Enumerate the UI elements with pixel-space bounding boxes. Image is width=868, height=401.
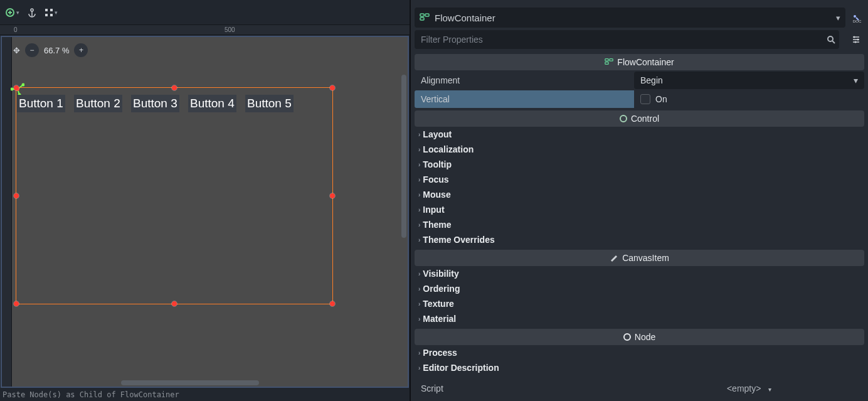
inspector-body: FlowContainer Alignment Begin ▾ Vertical… xyxy=(411,51,868,401)
status-bar: Paste Node(s) as Child of FlowContainer xyxy=(0,388,410,401)
svg-text:DOC: DOC xyxy=(853,19,862,23)
zoom-level[interactable]: 66.7 % xyxy=(44,46,69,55)
resize-handle[interactable] xyxy=(14,301,19,306)
resize-handle[interactable] xyxy=(14,193,19,198)
chevron-right-icon: › xyxy=(418,222,420,228)
section-title: Node xyxy=(635,332,655,342)
group-process[interactable]: ›Process xyxy=(415,345,864,360)
group-texture[interactable]: ›Texture xyxy=(415,296,864,311)
svg-point-18 xyxy=(854,36,855,38)
chevron-right-icon: › xyxy=(418,301,420,307)
canvas-button[interactable]: Button 5 xyxy=(245,95,294,112)
svg-rect-2 xyxy=(50,9,53,11)
chevron-down-icon: ▾ xyxy=(768,386,771,393)
group-editor-description[interactable]: ›Editor Description xyxy=(415,360,864,375)
add-node-dropdown[interactable]: ▾ xyxy=(3,4,22,21)
prop-alignment-value[interactable]: Begin ▾ xyxy=(634,72,864,89)
group-visibility[interactable]: ›Visibility xyxy=(415,266,864,281)
svg-point-19 xyxy=(857,39,859,41)
prop-script-value[interactable]: <empty> ▾ xyxy=(634,383,864,393)
chevron-right-icon: › xyxy=(418,350,420,356)
chevron-right-icon: › xyxy=(418,176,420,183)
filter-properties-input[interactable] xyxy=(415,30,839,49)
svg-rect-3 xyxy=(45,14,48,16)
selection-rect[interactable] xyxy=(16,87,333,304)
canvas-button[interactable]: Button 1 xyxy=(17,95,65,112)
svg-point-10 xyxy=(11,88,14,91)
open-docs-button[interactable]: DOC xyxy=(848,9,864,26)
resize-handle[interactable] xyxy=(330,301,335,306)
chevron-right-icon: › xyxy=(418,237,420,243)
svg-rect-14 xyxy=(420,18,424,20)
group-ordering[interactable]: ›Ordering xyxy=(415,281,864,296)
group-theme-overrides[interactable]: ›Theme Overrides xyxy=(415,232,864,247)
prop-alignment-label: Alignment xyxy=(415,75,634,85)
canvas-button[interactable]: Button 4 xyxy=(188,95,236,112)
search-icon[interactable] xyxy=(823,31,839,48)
node-type-label: FlowContainer xyxy=(435,13,495,23)
section-title: CanvasItem xyxy=(622,253,669,263)
viewport-toolbar: ▾ ▾ xyxy=(0,0,410,25)
viewport-canvas[interactable]: ✥ − 66.7 % + xyxy=(1,36,409,388)
group-mouse[interactable]: ›Mouse xyxy=(415,187,864,202)
resize-handle[interactable] xyxy=(330,193,335,198)
group-theme[interactable]: ›Theme xyxy=(415,217,864,232)
section-flowcontainer[interactable]: FlowContainer xyxy=(415,54,864,70)
svg-point-20 xyxy=(855,41,857,43)
filter-settings-button[interactable] xyxy=(848,31,864,48)
section-node[interactable]: Node xyxy=(415,329,864,345)
viewport-pane: ▾ ▾ 0 500 ✥ − 66.7 % + xyxy=(0,0,411,401)
node-type-selector[interactable]: FlowContainer ▾ xyxy=(415,8,845,28)
chevron-right-icon: › xyxy=(418,131,420,138)
chevron-right-icon: › xyxy=(418,161,420,168)
resize-handle[interactable] xyxy=(172,85,177,90)
canvas-button[interactable]: Button 2 xyxy=(74,95,122,112)
vertical-scrollbar[interactable] xyxy=(401,75,406,238)
svg-rect-1 xyxy=(45,9,48,11)
inspector-pane: FlowContainer ▾ DOC FlowContainer xyxy=(411,0,868,401)
flowcontainer-icon xyxy=(420,12,430,24)
chevron-down-icon: ▾ xyxy=(854,75,858,85)
section-control[interactable]: Control xyxy=(415,110,864,127)
svg-rect-12 xyxy=(420,14,424,16)
canvas-button[interactable]: Button 3 xyxy=(131,95,179,112)
anchor-tool[interactable] xyxy=(23,4,41,21)
group-input[interactable]: ›Input xyxy=(415,202,864,217)
chevron-right-icon: › xyxy=(418,270,420,277)
ruler-tick: 500 xyxy=(225,26,235,33)
group-material[interactable]: ›Material xyxy=(415,311,864,326)
grid-snap-dropdown[interactable]: ▾ xyxy=(42,4,60,21)
center-view-icon[interactable]: ✥ xyxy=(13,46,20,55)
zoom-out-button[interactable]: − xyxy=(25,43,39,57)
section-title: FlowContainer xyxy=(617,57,674,67)
resize-handle[interactable] xyxy=(14,85,19,90)
chevron-right-icon: › xyxy=(418,316,420,323)
group-localization[interactable]: ›Localization xyxy=(415,142,864,157)
svg-point-17 xyxy=(828,36,833,41)
chevron-right-icon: › xyxy=(418,365,420,372)
group-layout[interactable]: ›Layout xyxy=(415,127,864,142)
prop-vertical-label: Vertical xyxy=(415,90,634,108)
zoom-controls: ✥ − 66.7 % + xyxy=(13,43,88,57)
canvasitem-icon xyxy=(610,253,618,264)
flowcontainer-icon xyxy=(605,57,613,68)
vertical-checkbox[interactable] xyxy=(640,94,650,104)
resize-handle[interactable] xyxy=(172,301,177,306)
group-tooltip[interactable]: ›Tooltip xyxy=(415,157,864,172)
chevron-down-icon: ▾ xyxy=(836,13,840,23)
svg-rect-13 xyxy=(425,14,429,16)
svg-rect-22 xyxy=(610,58,613,61)
horizontal-ruler: 0 500 xyxy=(0,25,410,35)
zoom-in-button[interactable]: + xyxy=(74,43,88,57)
chevron-down-icon: ▾ xyxy=(16,9,19,16)
chevron-right-icon: › xyxy=(418,286,420,292)
ruler-tick: 0 xyxy=(14,26,18,33)
prop-vertical-value[interactable]: On xyxy=(634,90,864,108)
control-icon xyxy=(620,115,627,122)
group-focus[interactable]: ›Focus xyxy=(415,172,864,187)
section-canvasitem[interactable]: CanvasItem xyxy=(415,250,864,266)
chevron-right-icon: › xyxy=(418,206,420,213)
resize-handle[interactable] xyxy=(330,85,335,90)
horizontal-scrollbar[interactable] xyxy=(121,380,259,385)
section-title: Control xyxy=(631,114,659,124)
